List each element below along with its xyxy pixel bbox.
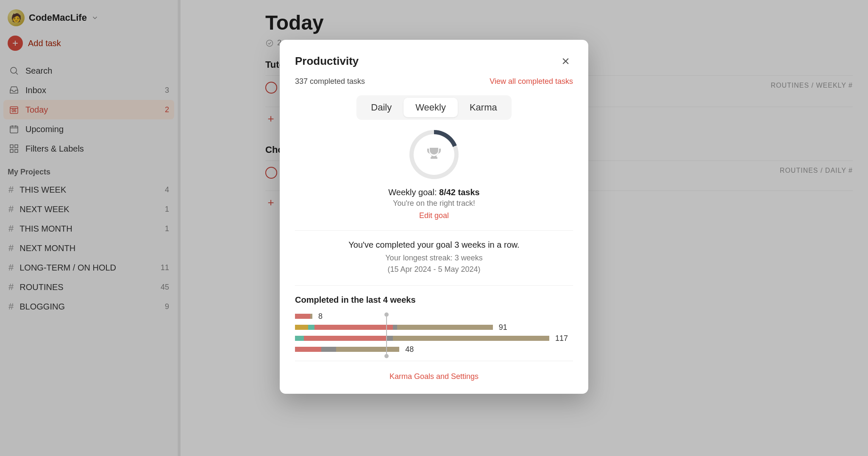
view-all-link[interactable]: View all completed tasks <box>490 77 573 86</box>
divider <box>295 230 573 231</box>
bar-value: 91 <box>499 323 507 332</box>
streak-line: You've completed your goal 3 weeks in a … <box>295 240 573 250</box>
streak-sub: Your longest streak: 3 weeks (15 Apr 202… <box>295 252 573 275</box>
chart-bar: 48 <box>295 346 573 352</box>
bar-value: 117 <box>555 334 568 343</box>
tab-karma[interactable]: Karma <box>458 98 509 117</box>
chart-bar: 117 <box>295 335 573 341</box>
tab-weekly[interactable]: Weekly <box>403 98 458 117</box>
chart-bar: 8 <box>295 313 573 319</box>
weekly-chart: 89111748 <box>295 313 573 361</box>
chart-bar: 91 <box>295 324 573 330</box>
goal-subtitle: You're on the right track! <box>295 199 573 208</box>
completed-count: 337 completed tasks <box>295 77 365 86</box>
productivity-modal: Productivity × 337 completed tasks View … <box>280 40 588 394</box>
karma-settings-link[interactable]: Karma Goals and Settings <box>295 361 573 381</box>
tab-daily[interactable]: Daily <box>359 98 403 117</box>
divider <box>295 285 573 286</box>
modal-title: Productivity <box>295 55 359 68</box>
close-icon[interactable]: × <box>558 53 573 69</box>
modal-overlay[interactable]: Productivity × 337 completed tasks View … <box>0 0 868 456</box>
tab-group: Daily Weekly Karma <box>356 95 511 120</box>
bar-value: 8 <box>318 312 323 321</box>
bar-value: 48 <box>405 345 414 354</box>
progress-ring <box>409 130 459 179</box>
goal-line: Weekly goal: 8/42 tasks <box>295 188 573 197</box>
chart-title: Completed in the last 4 weeks <box>295 295 573 305</box>
trophy-icon <box>424 144 444 165</box>
edit-goal-link[interactable]: Edit goal <box>295 211 573 220</box>
